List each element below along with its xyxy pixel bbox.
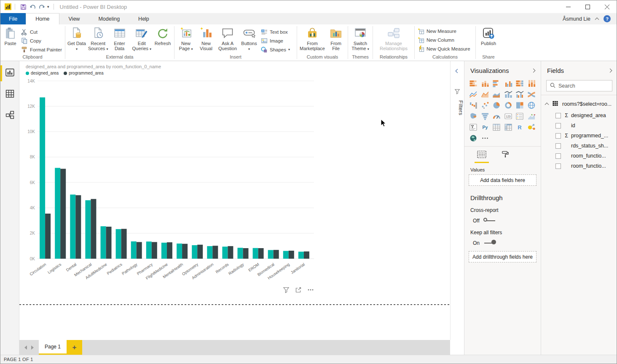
- key-influencers-icon[interactable]: [526, 122, 537, 132]
- field-checkbox[interactable]: [555, 153, 561, 159]
- line-and-stacked-column-chart-icon[interactable]: [503, 89, 514, 99]
- bar-programmed_area-Housekeeping[interactable]: [289, 251, 294, 259]
- stacked-bar-chart-icon[interactable]: [468, 78, 479, 88]
- bar-programmed_area-Biomedical[interactable]: [274, 250, 279, 259]
- tab-fields-well[interactable]: [475, 150, 489, 163]
- switch-theme-button[interactable]: Switch Theme ▾: [349, 26, 371, 52]
- line-and-clustered-column-chart-icon[interactable]: [514, 89, 525, 99]
- bar-designed_area-MentalHealth[interactable]: [177, 244, 182, 259]
- maximize-button[interactable]: [578, 0, 597, 13]
- tab-format[interactable]: [498, 150, 512, 163]
- field-checkbox[interactable]: [555, 113, 561, 118]
- field-checkbox[interactable]: [555, 143, 561, 149]
- gauge-icon[interactable]: [491, 111, 502, 121]
- enter-data-button[interactable]: Enter Data: [110, 26, 130, 51]
- refresh-button[interactable]: Refresh: [153, 26, 173, 46]
- filter-icon[interactable]: [283, 286, 290, 293]
- focus-mode-icon[interactable]: [295, 286, 302, 293]
- bar-programmed_area-EROM[interactable]: [258, 248, 264, 259]
- bar-programmed_area-Mechanical[interactable]: [91, 199, 96, 259]
- cut-button[interactable]: Cut: [19, 27, 64, 36]
- sidebar-item-data-view[interactable]: [0, 86, 19, 103]
- page-tab-1[interactable]: Page 1: [39, 340, 67, 355]
- redo-button[interactable]: [37, 2, 46, 11]
- bar-programmed_area-Records[interactable]: [228, 246, 233, 259]
- clustered-bar-chart-icon[interactable]: [491, 78, 502, 88]
- python-visual-icon[interactable]: Py: [480, 122, 491, 132]
- legend-item-programmed_area[interactable]: programmed_area: [64, 71, 103, 75]
- clustered-column-chart[interactable]: 0K2K4K6K8K10K12K14KCirculationLogisticsD…: [23, 77, 315, 284]
- slicer-icon[interactable]: [468, 122, 479, 132]
- bar-programmed_area-Circulation[interactable]: [45, 214, 51, 259]
- collapse-fields-icon[interactable]: [608, 69, 612, 73]
- matrix-icon[interactable]: [503, 122, 514, 132]
- bar-designed_area-Janitorial[interactable]: [298, 252, 304, 259]
- bar-programmed_area-Pediatrics[interactable]: [121, 229, 127, 259]
- more-options-icon[interactable]: [480, 133, 491, 143]
- r-script-visual-icon[interactable]: R: [514, 122, 525, 132]
- fields-search[interactable]: [546, 80, 612, 91]
- bar-designed_area-AdultMedicine[interactable]: [101, 226, 106, 259]
- bar-programmed_area-Radiology[interactable]: [243, 248, 249, 259]
- sidebar-item-report-view[interactable]: [0, 64, 19, 82]
- table-node-rooms[interactable]: rooms?$select=roo...: [541, 95, 617, 110]
- bar-programmed_area-Optometry[interactable]: [197, 245, 203, 259]
- undo-button[interactable]: [28, 2, 37, 11]
- field-item-rds_status_sh[interactable]: rds_status_sh...: [541, 141, 617, 151]
- bar-designed_area-Pathology[interactable]: [131, 241, 137, 259]
- clustered-column-chart-icon[interactable]: [503, 78, 514, 88]
- bar-programmed_area-Administration[interactable]: [212, 246, 218, 259]
- stacked-column-chart-icon[interactable]: [480, 78, 491, 88]
- new-page-tab-button[interactable]: +: [67, 340, 82, 355]
- bar-programmed_area-Pharmacy[interactable]: [152, 242, 157, 259]
- field-checkbox[interactable]: [555, 163, 561, 169]
- kpi-icon[interactable]: [526, 111, 537, 121]
- 100-stacked-bar-chart-icon[interactable]: [514, 78, 525, 88]
- 100-stacked-column-chart-icon[interactable]: [526, 78, 537, 88]
- arcgis-map-icon[interactable]: [468, 133, 479, 143]
- field-checkbox[interactable]: [555, 123, 561, 128]
- filled-map-icon[interactable]: [468, 111, 479, 121]
- tab-help[interactable]: Help: [129, 13, 158, 24]
- bar-designed_area-Dental[interactable]: [70, 195, 75, 259]
- ribbon-chart-icon[interactable]: [526, 89, 537, 99]
- field-checkbox[interactable]: [555, 133, 561, 139]
- field-item-designed_area[interactable]: Σdesigned_area: [541, 110, 617, 120]
- signed-in-user[interactable]: Åsmund Lie: [563, 16, 590, 22]
- collapse-table-icon[interactable]: [545, 103, 549, 107]
- from-marketplace-button[interactable]: From Marketplace: [298, 26, 326, 51]
- edit-queries-button[interactable]: Edit Queries ▾: [131, 26, 153, 52]
- scatter-chart-icon[interactable]: [480, 100, 491, 110]
- legend-item-designed_area[interactable]: designed_area: [26, 71, 59, 75]
- recent-sources-button[interactable]: Recent Sources ▾: [87, 26, 110, 52]
- stacked-area-chart-icon[interactable]: [491, 89, 502, 99]
- minimize-button[interactable]: [558, 0, 578, 13]
- card-icon[interactable]: 123: [503, 111, 514, 121]
- bar-designed_area-Optometry[interactable]: [192, 245, 197, 259]
- donut-chart-icon[interactable]: [503, 100, 514, 110]
- bar-designed_area-Housekeeping[interactable]: [283, 251, 289, 259]
- bar-programmed_area-Janitorial[interactable]: [304, 252, 309, 259]
- expand-filters-button[interactable]: [451, 61, 464, 72]
- treemap-icon[interactable]: [514, 100, 525, 110]
- search-input[interactable]: [558, 83, 609, 89]
- field-item-id[interactable]: id: [541, 120, 617, 131]
- area-chart-icon[interactable]: [480, 89, 491, 99]
- bar-designed_area-Pharmacy[interactable]: [146, 241, 152, 259]
- get-data-button[interactable]: Get Data ▾: [67, 26, 87, 52]
- buttons-button[interactable]: Buttons▾: [239, 26, 259, 52]
- tab-home[interactable]: Home: [26, 13, 59, 24]
- bar-programmed_area-FlightMedicine[interactable]: [167, 242, 172, 259]
- field-item-programmed_[interactable]: Σprogrammed_...: [541, 131, 617, 141]
- bar-designed_area-Administration[interactable]: [207, 246, 212, 259]
- bar-designed_area-Radiology[interactable]: [238, 248, 243, 259]
- format-painter-button[interactable]: Format Painter: [19, 45, 64, 54]
- sidebar-item-model-view[interactable]: [0, 107, 19, 124]
- new-visual-button[interactable]: New Visual: [196, 26, 216, 51]
- multi-row-card-icon[interactable]: [514, 111, 525, 121]
- tab-modeling[interactable]: Modeling: [89, 13, 129, 24]
- bar-designed_area-Mechanical[interactable]: [85, 200, 91, 259]
- waterfall-chart-icon[interactable]: [468, 100, 479, 110]
- bar-programmed_area-AdultMedicine[interactable]: [106, 227, 112, 259]
- tab-view[interactable]: View: [59, 13, 89, 24]
